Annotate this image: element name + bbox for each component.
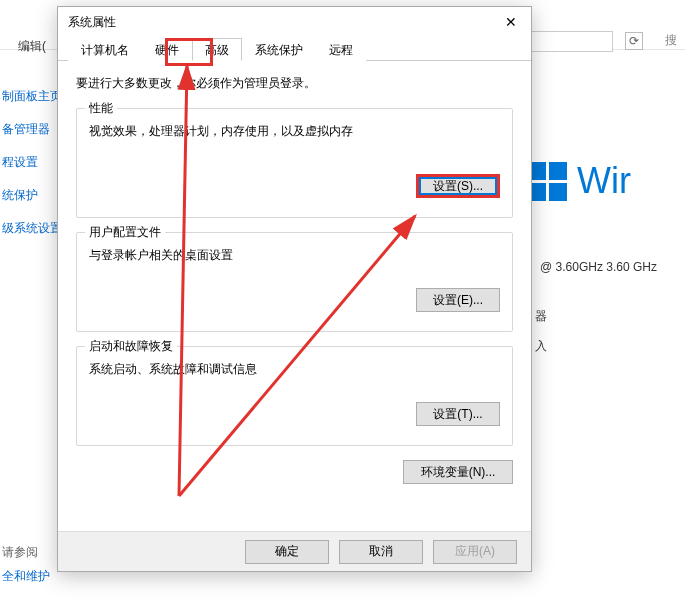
group-startup-recovery-title: 启动和故障恢复 (85, 338, 177, 355)
performance-settings-button[interactable]: 设置(S)... (416, 174, 500, 198)
group-performance: 性能 视觉效果，处理器计划，内存使用，以及虚拟内存 设置(S)... (76, 108, 513, 218)
refresh-icon[interactable]: ⟳ (625, 32, 643, 50)
bg-text-1: 器 (535, 308, 547, 325)
link-control-home[interactable]: 制面板主页 (0, 80, 64, 113)
dialog-footer: 确定 取消 应用(A) (58, 531, 531, 571)
advanced-panel: 要进行大多数更改，你必须作为管理员登录。 性能 视觉效果，处理器计划，内存使用，… (58, 61, 531, 531)
user-profiles-settings-button[interactable]: 设置(E)... (416, 288, 500, 312)
group-user-profiles-title: 用户配置文件 (85, 224, 165, 241)
environment-variables-button[interactable]: 环境变量(N)... (403, 460, 513, 484)
link-remote[interactable]: 程设置 (0, 146, 64, 179)
group-startup-recovery-desc: 系统启动、系统故障和调试信息 (89, 361, 500, 378)
link-protection[interactable]: 统保护 (0, 179, 64, 212)
cpu-info: @ 3.60GHz 3.60 GHz (540, 260, 657, 274)
titlebar: 系统属性 ✕ (58, 7, 531, 37)
apply-button: 应用(A) (433, 540, 517, 564)
dialog-title: 系统属性 (68, 14, 116, 31)
tab-protection[interactable]: 系统保护 (242, 38, 316, 61)
close-icon[interactable]: ✕ (491, 7, 531, 37)
tab-computer-name[interactable]: 计算机名 (68, 38, 142, 61)
tabstrip: 计算机名 硬件 高级 系统保护 远程 (58, 37, 531, 61)
see-also-label: 请参阅 (2, 544, 38, 561)
search-placeholder: 搜 (665, 32, 677, 49)
link-device-mgr[interactable]: 备管理器 (0, 113, 64, 146)
link-security[interactable]: 全和维护 (2, 568, 50, 585)
ok-button[interactable]: 确定 (245, 540, 329, 564)
system-properties-dialog: 系统属性 ✕ 计算机名 硬件 高级 系统保护 远程 要进行大多数更改，你必须作为… (57, 6, 532, 572)
windows-logo: Wir (528, 160, 631, 202)
bg-text-2: 入 (535, 338, 547, 355)
windows-logo-text: Wir (577, 160, 631, 202)
group-startup-recovery: 启动和故障恢复 系统启动、系统故障和调试信息 设置(T)... (76, 346, 513, 446)
group-user-profiles: 用户配置文件 与登录帐户相关的桌面设置 设置(E)... (76, 232, 513, 332)
cancel-button[interactable]: 取消 (339, 540, 423, 564)
edit-menu[interactable]: 编辑( (18, 38, 46, 55)
group-performance-desc: 视觉效果，处理器计划，内存使用，以及虚拟内存 (89, 123, 500, 140)
windows-logo-icon (528, 162, 567, 201)
admin-note: 要进行大多数更改，你必须作为管理员登录。 (76, 75, 513, 92)
tab-hardware[interactable]: 硬件 (142, 38, 192, 61)
tab-advanced[interactable]: 高级 (192, 38, 242, 61)
left-nav: 制面板主页 备管理器 程设置 统保护 级系统设置 (0, 80, 64, 245)
group-performance-title: 性能 (85, 100, 117, 117)
group-user-profiles-desc: 与登录帐户相关的桌面设置 (89, 247, 500, 264)
link-advanced[interactable]: 级系统设置 (0, 212, 64, 245)
tab-remote[interactable]: 远程 (316, 38, 366, 61)
startup-recovery-settings-button[interactable]: 设置(T)... (416, 402, 500, 426)
